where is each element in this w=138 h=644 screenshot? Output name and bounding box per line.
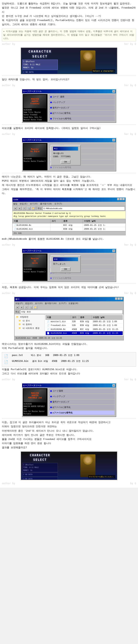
menu-view[interactable]: 보기(V): [30, 202, 38, 206]
menu-tools[interactable]: 도구(T): [55, 202, 62, 206]
exp-menu-file[interactable]: 파일(F): [15, 302, 23, 305]
save-tool-close-btn-3[interactable]: ×: [113, 250, 115, 252]
option-backup-1[interactable]: バックアップ: [49, 100, 115, 105]
maximize-btn[interactable]: □: [120, 198, 122, 200]
exp-search-btn[interactable]: 🔍: [29, 306, 33, 309]
option-code-1[interactable]: コード 適用: [49, 94, 115, 99]
exp-folders-btn[interactable]: 📁: [33, 306, 37, 309]
exp-status: ULUS10266.bin: [16, 336, 30, 340]
exp-file-row-bin[interactable]: 📄 ULUS10266.bin 45KB BIN 파일 2009-01-25 오…: [46, 331, 123, 335]
explorer-statusbar: ULUS10266.bin 45KB 2009-01-25 오전 11:25: [14, 336, 124, 340]
exp-menu-view[interactable]: 보기(V): [35, 302, 43, 305]
save-tool-left-4: MONSTERHUNTERPORTABLE 2nd ULUS10266 MONS…: [23, 388, 47, 416]
final-p4: 세이브에 여기까기 많이 인나의 글은 주로선 구하시면 됩니다.: [2, 433, 136, 437]
option-file-decode-2[interactable]: ファイルから暗号化: [49, 165, 115, 170]
back-btn[interactable]: ◄: [13, 207, 17, 210]
option-restore-4[interactable]: 復号データダンプ: [49, 400, 115, 404]
col-type: 종류: [62, 219, 83, 224]
file-row-bc[interactable]: 📄ULUS10266.Bc BIC 파일 2009-01-25 오전 1:: [13, 223, 126, 227]
option-file-decode-4[interactable]: ◎ファイルから暗号化: [49, 410, 115, 415]
exp-file-row-1[interactable]: 📄 monster1.bin 32B BIN 파일 2009-01-25 오전 …: [46, 320, 123, 324]
exp-menu-fav[interactable]: 즐겨찾기(A): [45, 302, 57, 305]
char-slot-1[interactable]: 1 QRvnTest TIME: 0:11 MALE MONEY: 0z: [22, 60, 58, 70]
exp-menu-help[interactable]: 도움말(H): [69, 302, 78, 305]
menu-favorites[interactable]: 출겨찾기(A): [40, 202, 52, 206]
file-type-bin: BIN 파일: [62, 227, 83, 231]
exp-file-date-bc: 2009-01-25 오전 11:25: [92, 327, 123, 331]
folders-btn[interactable]: 📁: [31, 207, 35, 210]
cs2-slot-2[interactable]: 2 NO DATA: [22, 472, 58, 476]
exp-status-size: 45KB: [32, 336, 37, 340]
forward-btn[interactable]: ►: [18, 207, 22, 210]
save-tool-logo-2: MonsterHn 추운과: [24, 144, 46, 157]
dialog-ok-btn-2[interactable]: OK: [61, 160, 70, 164]
exp-file-size-bc: 45KB: [71, 327, 79, 331]
exp-maximize[interactable]: □: [118, 298, 120, 300]
author-left-3: author by: [2, 132, 15, 136]
address-label: 주소: [38, 207, 42, 210]
tree-item-desktop[interactable]: 📁 바탕화면: [15, 315, 44, 319]
option-code-4[interactable]: コード適用: [49, 388, 115, 394]
save-tool-title-3: セーブデータツール: [23, 249, 42, 252]
char-slot-2[interactable]: 2 NO DATA: [22, 70, 58, 74]
save-tool-right-4: コード適用 バックアップ 復号データダンプ @ファイルに復号化 ◎ファイルから暗…: [49, 388, 115, 416]
code-window-controls: _ □ ×: [117, 198, 125, 202]
tree-item-documents[interactable]: 📁 내 문서: [15, 319, 44, 323]
portable-file-row-1: 📄 pasc.txt 박스 분서 1KB 2009-01-25 오전 1:09: [4, 354, 134, 359]
option-backup-4[interactable]: バックアップ: [49, 394, 115, 399]
exp-address-box[interactable]: 바탕 화면: [20, 310, 123, 314]
cs2-right-panel: キャラクターを選んでください。: [59, 452, 117, 480]
minimize-btn[interactable]: _: [117, 198, 120, 200]
logo-text-1: MONSTERHUNTERFreedom2: [30, 98, 40, 105]
cs2-slot-1[interactable]: 1 QRvnTest TIME: 0:11 MALE MONEY: 0z: [22, 463, 58, 472]
up-btn[interactable]: ↑: [22, 207, 26, 210]
menu-edit[interactable]: 편집(E): [20, 202, 28, 206]
menu-file[interactable]: 팔업: [13, 202, 17, 206]
search-btn[interactable]: 🔍: [27, 207, 31, 210]
final-text-block: 이참, 잡고로 이 글은 트리플버퍼가 아닌 트리공 위치 귀온으로 작성되기 …: [2, 420, 136, 450]
file-row-bin[interactable]: 📄ULUS10266.bin BIN 파일 2009-01-25 오전 1:: [13, 227, 126, 231]
exp-file-type-bin: BIN 파일: [79, 331, 92, 335]
exp-up-btn[interactable]: ↑: [24, 306, 28, 309]
option-file-decode-3[interactable]: ファイルから暗号化: [49, 276, 115, 281]
save-tool-close-btn-2[interactable]: ×: [113, 139, 115, 142]
save-info-2: ULUS10266 Monster Hunter Freedom 2: [24, 158, 47, 163]
exp-menu-tools[interactable]: 도구(T): [59, 302, 67, 305]
exp-file-row-bc[interactable]: 📄 ULUS10266.Bc 45KB BIC 파일 2009-01-25 오전…: [46, 327, 123, 331]
portable-p1: 에모니스티는 정보수출기가 ULUS10266.bin이라는 파일을 만들었습니…: [2, 342, 136, 346]
exp-back-btn[interactable]: ◄: [15, 306, 19, 309]
exp-col-type: 종류: [79, 315, 92, 320]
dialog-ok-btn-3[interactable]: OK: [61, 267, 70, 271]
save-info-3: ULUS10266 Monster Hunter Freedom 2: [24, 268, 47, 273]
exp-minimize[interactable]: _: [115, 298, 117, 300]
save-tool-close-btn-1[interactable]: ×: [113, 90, 115, 93]
option-file-encode-1[interactable]: @ファイルに複号化: [49, 111, 115, 116]
exp-col-name: 이름: [46, 315, 71, 320]
tree-item-network[interactable]: 📁 내 네트워크 환경: [15, 326, 44, 330]
save-tool-close-btn-4[interactable]: ×: [113, 384, 115, 387]
exp-forward-btn[interactable]: ►: [20, 306, 24, 309]
exp-close[interactable]: ×: [120, 298, 123, 300]
option-restore-1[interactable]: 復号データダンプ: [49, 106, 115, 110]
code-window: code _ □ × 팔업 편집(E) 보기(V) 출겨찾기(A) 도구(T) …: [12, 198, 126, 235]
option-file-decode-1[interactable]: ファイルから暗号化: [49, 116, 115, 121]
exp-col-date: 수정한 날짜: [92, 315, 123, 320]
author-left-5: author by: [2, 291, 15, 295]
exp-menu-edit[interactable]: 편집(E): [25, 302, 33, 305]
exp-file-row-2[interactable]: 📄 freedom2.bin 32B BIN 파일 2009-01-25 오전 …: [46, 324, 123, 328]
portable-file1-name: pasc.txt: [12, 354, 27, 359]
path-info: #ig locup generation provider namespace …: [14, 215, 124, 218]
address-box[interactable]: G:¥WhabokoWcode: [43, 206, 125, 211]
note-text: ★ 이게시글을 보는 처음에 대한 글은 곧 올라오니, 이 연환 방법에 대해…: [3, 30, 134, 40]
tree-item-computer[interactable]: 📁 내 컴퓨터: [15, 322, 44, 326]
portable-file-info: 📄 pasc.txt 박스 분서 1KB 2009-01-25 오전 1:09 …: [2, 352, 136, 366]
portable-file2-date: 2009-01-25 오전 11:25: [61, 359, 89, 365]
close-btn[interactable]: ×: [123, 198, 125, 200]
explorer-title: 폴더: [15, 298, 19, 301]
final-p2: 이체이 않겠으면 맞리므라면 안한거면 개연하는: [2, 424, 136, 428]
cs2-slot-3[interactable]: 3 NO DATA: [22, 477, 58, 480]
save-tool-body-1: MONSTERHUNTERFreedom2 ULUS10266 Game Tit…: [22, 93, 116, 122]
save-tool-right-1: コード 適用 バックアップ 復号データダンプ @ファイルに複号化 ファイルから暗…: [49, 94, 115, 122]
bin-icon: 📄: [4, 359, 8, 365]
option-file-encode-4[interactable]: @ファイルに復号化: [49, 405, 115, 410]
